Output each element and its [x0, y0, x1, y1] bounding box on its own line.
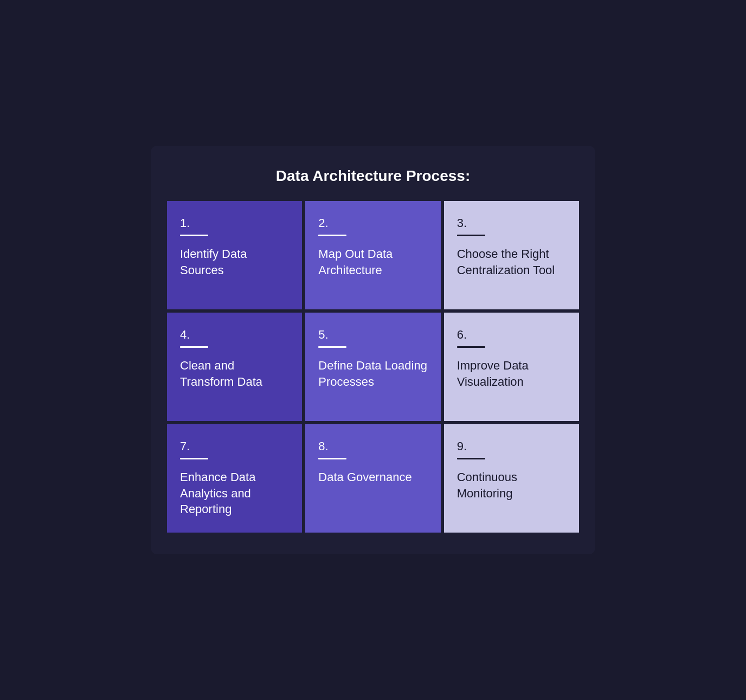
grid-cell-5: 5.Define Data Loading Processes — [305, 313, 440, 421]
cell-label-4: Clean and Transform Data — [180, 358, 289, 390]
cell-number-9: 9. — [457, 439, 566, 453]
grid-cell-4: 4.Clean and Transform Data — [167, 313, 302, 421]
cell-divider-9 — [457, 458, 485, 459]
grid-cell-8: 8.Data Governance — [305, 424, 440, 533]
cell-divider-8 — [318, 458, 346, 459]
cell-divider-6 — [457, 346, 485, 348]
cell-number-5: 5. — [318, 328, 427, 342]
cell-divider-5 — [318, 346, 346, 348]
cell-divider-2 — [318, 235, 346, 236]
cell-number-7: 7. — [180, 439, 289, 453]
cell-number-8: 8. — [318, 439, 427, 453]
cell-number-1: 1. — [180, 216, 289, 230]
cell-number-2: 2. — [318, 216, 427, 230]
cell-divider-3 — [457, 235, 485, 236]
cell-label-9: Continuous Monitoring — [457, 469, 566, 501]
cell-number-3: 3. — [457, 216, 566, 230]
cell-label-8: Data Governance — [318, 469, 427, 485]
cell-label-5: Define Data Loading Processes — [318, 358, 427, 390]
cell-number-4: 4. — [180, 328, 289, 342]
grid-cell-3: 3.Choose the Right Centralization Tool — [444, 201, 579, 309]
cell-number-6: 6. — [457, 328, 566, 342]
grid-cell-7: 7.Enhance Data Analytics and Reporting — [167, 424, 302, 533]
grid-cell-1: 1.Identify Data Sources — [167, 201, 302, 309]
cell-label-7: Enhance Data Analytics and Reporting — [180, 469, 289, 517]
process-grid: 1.Identify Data Sources2.Map Out Data Ar… — [167, 201, 579, 533]
page-title: Data Architecture Process: — [167, 167, 579, 185]
cell-label-6: Improve Data Visualization — [457, 358, 566, 390]
cell-divider-7 — [180, 458, 208, 459]
grid-cell-2: 2.Map Out Data Architecture — [305, 201, 440, 309]
cell-divider-1 — [180, 235, 208, 236]
cell-label-3: Choose the Right Centralization Tool — [457, 246, 566, 278]
cell-label-1: Identify Data Sources — [180, 246, 289, 278]
grid-cell-9: 9.Continuous Monitoring — [444, 424, 579, 533]
cell-divider-4 — [180, 346, 208, 348]
main-container: Data Architecture Process: 1.Identify Da… — [151, 146, 595, 554]
cell-label-2: Map Out Data Architecture — [318, 246, 427, 278]
grid-cell-6: 6.Improve Data Visualization — [444, 313, 579, 421]
